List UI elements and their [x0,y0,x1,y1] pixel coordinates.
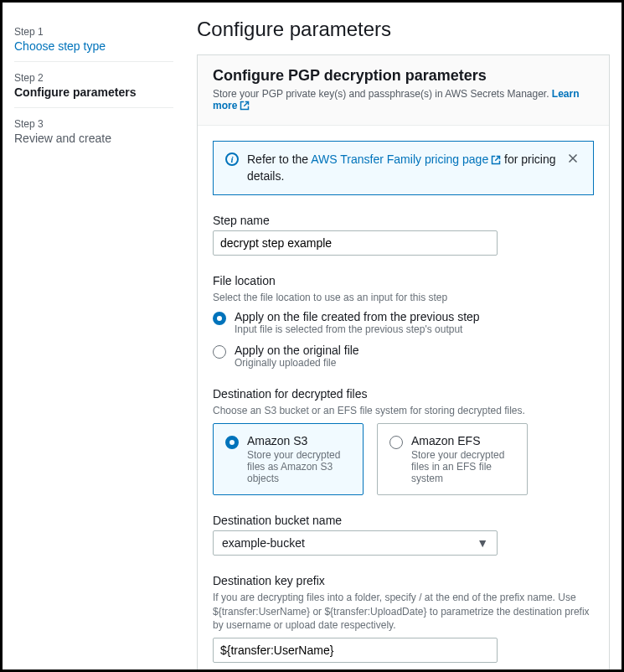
destination-card-s3[interactable]: Amazon S3 Store your decrypted files as … [213,423,364,495]
destination-field: Destination for decrypted files Choose a… [213,387,594,495]
panel-subtitle: Store your PGP private key(s) and passph… [213,88,594,111]
field-help: Choose an S3 bucket or an EFS file syste… [213,404,594,418]
info-banner: i Refer to the AWS Transfer Family prici… [213,141,594,195]
file-location-option-previous[interactable]: Apply on the file created from the previ… [213,310,594,335]
field-label: Destination key prefix [213,574,594,587]
radio-sub: Input file is selected from the previous… [235,323,480,335]
step-title: Review and create [14,132,173,145]
radio-icon[interactable] [213,312,226,325]
page-title: Configure parameters [197,18,610,41]
radio-title: Apply on the file created from the previ… [235,310,480,323]
field-label: File location [213,274,594,287]
step-number: Step 3 [14,118,173,130]
field-label: Step name [213,214,594,227]
field-help: Select the file location to use as an in… [213,291,594,305]
external-link-icon [240,100,250,111]
step-title: Configure parameters [14,85,173,99]
bucket-field: Destination bucket name example-bucket ▼ [213,514,594,556]
destination-card-efs[interactable]: Amazon EFS Store your decrypted files in… [377,423,528,495]
step-name-field: Step name [213,214,594,256]
step-name-input[interactable] [213,230,498,256]
step-number: Step 2 [14,72,173,84]
info-message: Refer to the AWS Transfer Family pricing… [247,152,556,184]
wizard-sidebar: Step 1 Choose step type Step 2 Configure… [14,18,173,669]
close-icon[interactable] [565,152,581,167]
main-content: Configure parameters Configure PGP decry… [173,18,610,669]
chevron-down-icon: ▼ [477,536,488,550]
card-title: Amazon S3 [247,434,351,447]
panel-header: Configure PGP decryption parameters Stor… [198,55,609,126]
radio-icon[interactable] [225,436,239,449]
panel-title: Configure PGP decryption parameters [213,67,594,85]
external-link-icon [491,152,501,168]
file-location-field: File location Select the file location t… [213,274,594,369]
pricing-link[interactable]: AWS Transfer Family pricing page [311,152,501,166]
bucket-select[interactable]: example-bucket ▼ [213,530,498,556]
sidebar-step-1[interactable]: Step 1 Choose step type [14,21,173,62]
radio-icon[interactable] [213,345,226,359]
radio-icon[interactable] [389,436,403,449]
radio-sub: Originally uploaded file [235,357,359,369]
field-label: Destination for decrypted files [213,387,594,401]
card-title: Amazon EFS [411,434,515,447]
key-prefix-input[interactable] [213,638,498,663]
card-sub: Store your decrypted files as Amazon S3 … [247,449,351,484]
field-label: Destination bucket name [213,514,594,527]
sidebar-step-3: Step 3 Review and create [14,113,173,153]
config-panel: Configure PGP decryption parameters Stor… [197,54,610,672]
radio-title: Apply on the original file [235,344,359,357]
key-prefix-field: Destination key prefix If you are decryp… [213,574,594,663]
select-value: example-bucket [222,536,305,550]
info-icon: i [225,152,239,166]
step-title[interactable]: Choose step type [14,39,173,53]
sidebar-step-2: Step 2 Configure parameters [14,67,173,108]
card-sub: Store your decrypted files in an EFS fil… [411,449,515,484]
step-number: Step 1 [14,26,173,38]
field-help: If you are decrypting files into a folde… [213,591,594,633]
file-location-option-original[interactable]: Apply on the original file Originally up… [213,344,594,369]
